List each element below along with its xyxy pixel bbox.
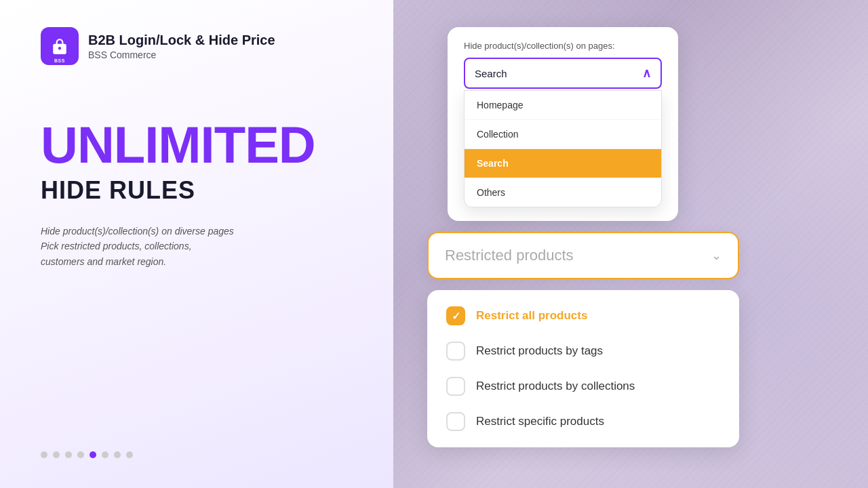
checkbox-specific-products[interactable] — [446, 412, 465, 431]
ui-cards: Hide product(s)/collection(s) on pages: … — [414, 20, 854, 474]
description: Hide product(s)/collection(s) on diverse… — [41, 224, 258, 269]
checkbox-item-specific[interactable]: Restrict specific products — [446, 412, 720, 431]
app-title: B2B Login/Lock & Hide Price — [88, 33, 275, 48]
lock-icon — [51, 37, 68, 55]
logo-area: BSS B2B Login/Lock & Hide Price BSS Comm… — [41, 27, 353, 65]
checkbox-by-collections[interactable] — [446, 377, 465, 396]
logo-text: B2B Login/Lock & Hide Price BSS Commerce — [88, 33, 275, 60]
dropdown-menu: Homepage Collection Search Others — [464, 90, 662, 207]
checkbox-item-collections[interactable]: Restrict products by collections — [446, 377, 720, 396]
dot-2[interactable] — [53, 451, 60, 458]
dot-8[interactable] — [126, 451, 133, 458]
app-subtitle: BSS Commerce — [88, 49, 275, 60]
restricted-products-header: Restricted products ⌄ — [429, 233, 738, 278]
dot-6[interactable] — [102, 451, 108, 458]
dropdown-item-collection[interactable]: Collection — [465, 120, 661, 149]
dot-3[interactable] — [65, 451, 72, 458]
dot-1[interactable] — [41, 451, 47, 458]
checkbox-all-products-label: Restrict all products — [476, 309, 587, 323]
dot-7[interactable] — [114, 451, 121, 458]
hero-content: UNLIMITED HIDE RULES Hide product(s)/col… — [41, 119, 353, 269]
dropdown-label: Hide product(s)/collection(s) on pages: — [464, 41, 662, 51]
dropdown-card: Hide product(s)/collection(s) on pages: … — [448, 27, 678, 221]
checkbox-specific-products-label: Restrict specific products — [476, 415, 604, 428]
checkbox-all-products[interactable]: ✓ — [446, 306, 465, 325]
dot-4[interactable] — [77, 451, 84, 458]
checkbox-by-tags[interactable] — [446, 342, 465, 361]
dropdown-selected-value: Search — [475, 68, 507, 79]
dropdown-item-others[interactable]: Others — [465, 178, 661, 207]
dropdown-item-search[interactable]: Search — [465, 149, 661, 178]
sub-heading: HIDE RULES — [41, 176, 353, 205]
checkbox-item-all[interactable]: ✓ Restrict all products — [446, 306, 720, 325]
right-panel: Hide product(s)/collection(s) on pages: … — [393, 0, 868, 488]
bss-label: BSS — [54, 58, 65, 63]
dot-5-active[interactable] — [90, 451, 96, 458]
checkbox-by-collections-label: Restrict products by collections — [476, 380, 635, 393]
restricted-products-title: Restricted products — [445, 247, 574, 264]
dropdown-item-homepage[interactable]: Homepage — [465, 91, 661, 120]
checkbox-by-tags-label: Restrict products by tags — [476, 344, 603, 358]
logo-icon: BSS — [41, 27, 79, 65]
chevron-up-icon: ∧ — [642, 66, 651, 81]
chevron-down-icon: ⌄ — [711, 248, 722, 263]
restricted-products-card[interactable]: Restricted products ⌄ — [427, 232, 739, 279]
checkbox-card: ✓ Restrict all products Restrict product… — [427, 290, 739, 447]
main-heading: UNLIMITED — [41, 119, 353, 171]
left-panel: BSS B2B Login/Lock & Hide Price BSS Comm… — [0, 0, 393, 488]
checkmark-icon: ✓ — [452, 310, 460, 323]
dropdown-trigger[interactable]: Search ∧ — [464, 58, 662, 89]
checkbox-item-tags[interactable]: Restrict products by tags — [446, 342, 720, 361]
pagination-dots — [41, 451, 133, 458]
